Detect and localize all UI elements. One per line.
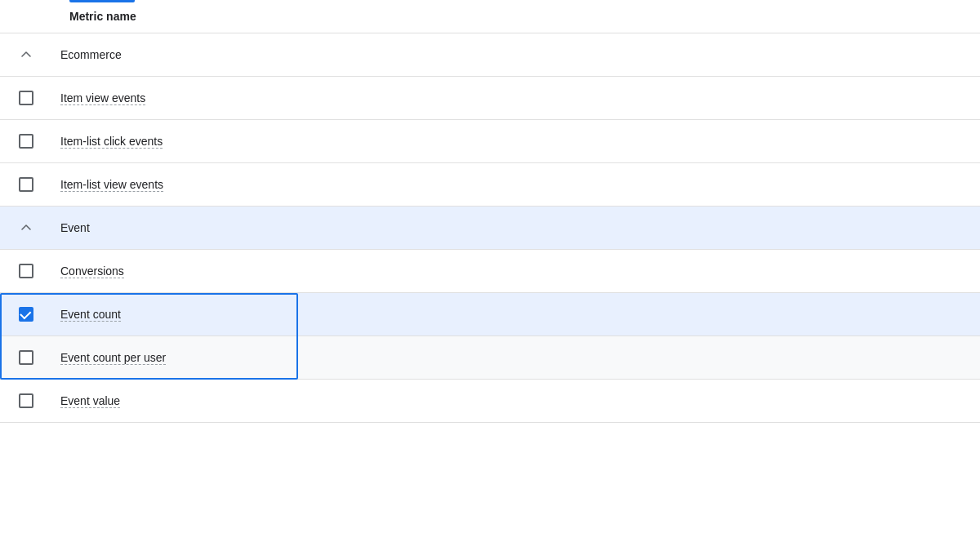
item-list-view-events-checkbox-wrapper[interactable]: [16, 175, 36, 194]
item-view-events-label: Item view events: [60, 91, 145, 105]
event-count-per-user-checkbox[interactable]: [19, 350, 33, 365]
item-list-view-events-checkbox[interactable]: [19, 177, 33, 192]
conversions-checkbox[interactable]: [19, 264, 33, 278]
list-item: Item-list view events: [0, 163, 980, 207]
item-list-view-events-label: Item-list view events: [60, 178, 163, 192]
chevron-up-icon-ecommerce: [16, 45, 36, 64]
event-count-label: Event count: [60, 308, 121, 322]
event-value-checkbox[interactable]: [19, 393, 33, 408]
list-item-event-count: Event count: [0, 293, 980, 336]
event-value-label: Event value: [60, 394, 120, 408]
list-item-conversions: Conversions: [0, 250, 980, 293]
event-count-per-user-checkbox-wrapper[interactable]: [16, 348, 36, 367]
event-count-checkbox-wrapper[interactable]: [16, 304, 36, 324]
item-list-click-events-checkbox[interactable]: [19, 134, 33, 149]
item-list-click-events-label: Item-list click events: [60, 135, 163, 149]
section-header-ecommerce[interactable]: Ecommerce: [0, 33, 980, 77]
section-header-event[interactable]: Event: [0, 207, 980, 250]
list-item: Item-list click events: [0, 120, 980, 163]
item-view-events-checkbox-wrapper[interactable]: [16, 88, 36, 108]
list-item-event-count-per-user: Event count per user: [0, 336, 980, 380]
header-row: Metric name: [0, 0, 980, 33]
chevron-up-icon-event: [16, 218, 36, 238]
selected-items-group: Event count Event count per user: [0, 293, 980, 380]
event-value-checkbox-wrapper[interactable]: [16, 391, 36, 411]
item-view-events-checkbox[interactable]: [19, 91, 33, 105]
list-item: Item view events: [0, 77, 980, 120]
metric-panel: Metric name Ecommerce Item view events I…: [0, 0, 980, 551]
list-item-event-value: Event value: [0, 380, 980, 423]
conversions-label: Conversions: [60, 264, 124, 278]
section-label-ecommerce: Ecommerce: [60, 48, 122, 61]
section-label-event: Event: [60, 221, 90, 234]
metric-name-header: Metric name: [69, 10, 136, 23]
event-items: Conversions Event count: [0, 250, 980, 423]
item-list-click-events-checkbox-wrapper[interactable]: [16, 131, 36, 151]
event-count-per-user-label: Event count per user: [60, 351, 166, 365]
ecommerce-items: Item view events Item-list click events …: [0, 77, 980, 207]
conversions-checkbox-wrapper[interactable]: [16, 261, 36, 281]
event-count-checkbox[interactable]: [19, 307, 33, 322]
